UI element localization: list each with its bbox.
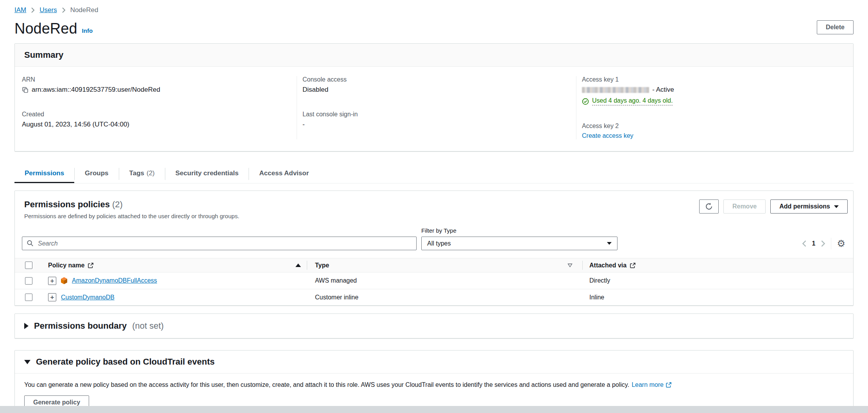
column-type[interactable]: Type	[315, 262, 329, 269]
summary-card: Summary ARN arn:aws:iam::409192537759:us…	[14, 43, 854, 151]
remove-button[interactable]: Remove	[723, 199, 766, 214]
created-value: August 01, 2023, 14:56 (UTC-04:00)	[22, 121, 129, 128]
summary-column-3: Access key 1 - Active Used 4 days ago. 4…	[576, 76, 853, 139]
policy-link[interactable]: AmazonDynamoDBFullAccess	[72, 277, 157, 284]
settings-gear-icon[interactable]: ⚙	[837, 239, 845, 248]
tab-tags[interactable]: Tags (2)	[119, 165, 165, 183]
type-filter-select[interactable]: All types	[421, 237, 617, 250]
breadcrumb-link-users[interactable]: Users	[39, 6, 57, 14]
column-filter-icon[interactable]	[567, 263, 573, 267]
tab-groups[interactable]: Groups	[75, 165, 118, 183]
policies-count: (2)	[112, 199, 123, 209]
check-circle-icon	[582, 98, 589, 105]
tab-label: Access Advisor	[259, 169, 309, 177]
next-page-button[interactable]	[821, 240, 825, 247]
learn-more-label: Learn more	[632, 381, 664, 388]
summary-title: Summary	[24, 50, 844, 60]
policies-actions: Remove Add permissions	[699, 199, 848, 214]
filter-group: Filter by Type All types	[421, 227, 617, 250]
search-box	[22, 237, 417, 250]
summary-column-2: Console access Disabled Last console sig…	[297, 76, 576, 139]
filter-by-type-label: Filter by Type	[421, 227, 617, 234]
column-policy-name[interactable]: Policy name	[48, 262, 84, 269]
policies-description: Permissions are defined by policies atta…	[24, 213, 239, 219]
add-permissions-button[interactable]: Add permissions	[770, 199, 848, 214]
policies-title-block: Permissions policies (2) Permissions are…	[24, 199, 239, 219]
delete-button[interactable]: Delete	[817, 20, 854, 34]
table-row: + CustomDymanoDB Customer inline Inline	[15, 289, 853, 305]
iam-user-detail-page: IAM Users NodeRed NodeRed Info Delete Su…	[0, 0, 868, 413]
generate-policy-card: Generate policy based on CloudTrail even…	[14, 350, 854, 413]
tab-security-credentials[interactable]: Security credentials	[165, 165, 249, 183]
access-key1-status: - Active	[652, 86, 674, 94]
tab-access-advisor[interactable]: Access Advisor	[249, 165, 319, 183]
previous-page-button[interactable]	[802, 240, 807, 247]
page-title: NodeRed	[14, 20, 77, 37]
add-permissions-label: Add permissions	[779, 203, 830, 210]
breadcrumb-link-iam[interactable]: IAM	[14, 6, 26, 14]
breadcrumb-current: NodeRed	[70, 6, 98, 14]
select-all-checkbox[interactable]	[25, 262, 32, 269]
caret-down-expander-icon	[24, 360, 30, 364]
permissions-boundary-title: Permissions boundary	[34, 321, 127, 331]
arn-value: arn:aws:iam::409192537759:user/NodeRed	[32, 86, 160, 94]
tab-label: Groups	[85, 169, 108, 177]
external-link-icon	[666, 382, 672, 388]
access-key2-label: Access key 2	[582, 123, 844, 130]
policy-link[interactable]: CustomDymanoDB	[61, 294, 115, 301]
sort-ascending-icon[interactable]	[295, 263, 301, 267]
refresh-button[interactable]	[699, 199, 719, 214]
refresh-icon	[705, 203, 713, 210]
table-row: + AmazonDynamoDBFullAccess AWS managed D…	[15, 272, 853, 289]
arn-label: ARN	[22, 76, 287, 83]
copy-icon[interactable]	[22, 87, 29, 93]
caret-down-icon	[834, 205, 839, 208]
external-link-icon	[88, 262, 94, 269]
permissions-policies-card: Permissions policies (2) Permissions are…	[14, 190, 854, 306]
expand-row-icon[interactable]: +	[48, 277, 56, 285]
summary-body: ARN arn:aws:iam::409192537759:user/NodeR…	[15, 67, 853, 151]
pagination-divider	[831, 238, 831, 249]
access-key1-field: Access key 1 - Active Used 4 days ago. 4…	[582, 76, 844, 105]
console-access-label: Console access	[302, 76, 567, 83]
horizontal-scrollbar-track[interactable]	[0, 406, 868, 413]
chevron-right-icon	[31, 7, 35, 13]
type-filter-value: All types	[427, 240, 451, 247]
tab-permissions[interactable]: Permissions	[14, 165, 74, 183]
redacted-access-key	[582, 87, 649, 93]
pagination: 1 ⚙	[802, 237, 845, 250]
tab-label: Tags	[129, 169, 144, 177]
external-link-icon	[630, 262, 636, 269]
last-signin-value: -	[302, 121, 305, 128]
generate-policy-header[interactable]: Generate policy based on CloudTrail even…	[15, 351, 853, 374]
expand-row-icon[interactable]: +	[48, 293, 56, 301]
caret-right-icon	[24, 323, 29, 329]
row-checkbox[interactable]	[25, 277, 32, 285]
row-checkbox[interactable]	[25, 294, 32, 301]
generate-policy-title: Generate policy based on CloudTrail even…	[36, 357, 215, 367]
policy-type: Customer inline	[315, 294, 358, 301]
policy-attached-via: Directly	[589, 277, 610, 284]
access-key1-label: Access key 1	[582, 76, 844, 83]
access-key1-usage[interactable]: Used 4 days ago. 4 days old.	[592, 97, 673, 105]
last-signin-field: Last console sign-in -	[302, 111, 567, 128]
console-access-value: Disabled	[302, 86, 328, 94]
tab-bar: Permissions Groups Tags (2) Security cre…	[14, 165, 854, 183]
policies-title: Permissions policies	[24, 199, 110, 209]
create-access-key-link[interactable]: Create access key	[582, 132, 634, 139]
breadcrumb: IAM Users NodeRed	[14, 6, 854, 14]
page-number[interactable]: 1	[812, 240, 816, 247]
created-field: Created August 01, 2023, 14:56 (UTC-04:0…	[22, 111, 287, 128]
summary-column-1: ARN arn:aws:iam::409192537759:user/NodeR…	[15, 76, 297, 139]
last-signin-label: Last console sign-in	[302, 111, 567, 118]
page-header: NodeRed Info Delete	[14, 20, 854, 37]
search-input[interactable]	[22, 237, 417, 250]
info-link[interactable]: Info	[82, 27, 93, 34]
column-attached-via[interactable]: Attached via	[589, 262, 626, 269]
summary-header: Summary	[15, 44, 853, 67]
search-icon	[27, 240, 34, 247]
permissions-boundary-card[interactable]: Permissions boundary (not set)	[14, 313, 854, 338]
policy-attached-via: Inline	[589, 294, 604, 301]
aws-managed-policy-icon	[61, 277, 67, 284]
learn-more-link[interactable]: Learn more	[632, 381, 672, 388]
